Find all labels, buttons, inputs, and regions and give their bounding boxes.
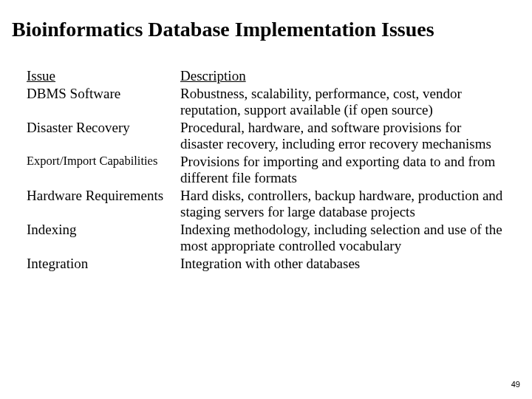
table-row: DBMS SoftwareRobustness, scalability, pe… <box>27 86 511 118</box>
description-cell: Integration with other databases <box>180 256 511 272</box>
content-table: Issue Description DBMS SoftwareRobustnes… <box>0 41 532 272</box>
table-row: Disaster RecoveryProcedural, hardware, a… <box>27 120 511 152</box>
description-cell: Indexing methodology, including selectio… <box>180 222 511 254</box>
issue-cell: DBMS Software <box>27 86 180 118</box>
issue-cell: Disaster Recovery <box>27 120 180 152</box>
header-description: Description <box>180 68 511 84</box>
description-cell: Robustness, scalability, performance, co… <box>180 86 511 118</box>
table-row: IndexingIndexing methodology, including … <box>27 222 511 254</box>
description-cell: Provisions for importing and exporting d… <box>180 154 511 186</box>
description-cell: Procedural, hardware, and software provi… <box>180 120 511 152</box>
slide-title: Bioinformatics Database Implementation I… <box>0 0 532 41</box>
issue-cell: Hardware Requirements <box>27 188 180 220</box>
issue-cell: Integration <box>27 256 180 272</box>
table-row: Export/Import CapabilitiesProvisions for… <box>27 154 511 186</box>
issue-cell: Indexing <box>27 222 180 254</box>
page-number: 49 <box>511 380 520 389</box>
issue-cell: Export/Import Capabilities <box>27 154 180 186</box>
header-row: Issue Description <box>27 68 511 84</box>
table-row: Hardware RequirementsHard disks, control… <box>27 188 511 220</box>
description-cell: Hard disks, controllers, backup hardware… <box>180 188 511 220</box>
table-row: IntegrationIntegration with other databa… <box>27 256 511 272</box>
header-issue: Issue <box>27 68 180 84</box>
